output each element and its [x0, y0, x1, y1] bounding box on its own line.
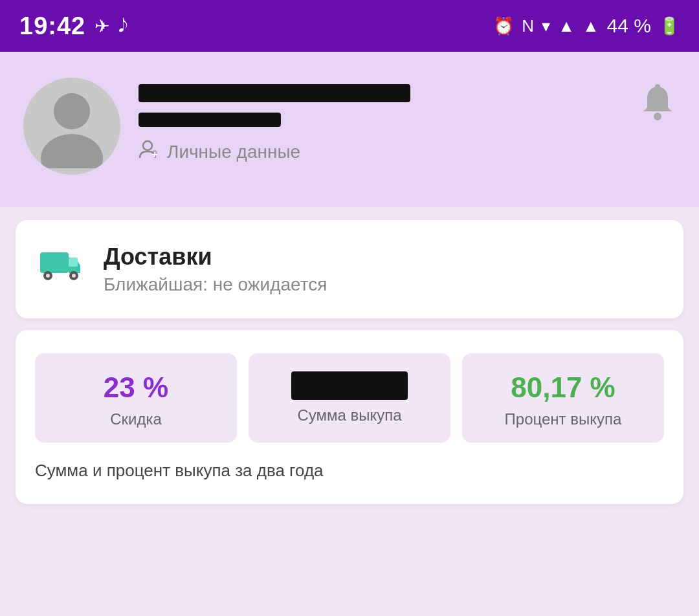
wifi-icon: ▾: [542, 16, 550, 36]
avatar: [23, 78, 120, 175]
nfc-icon: N: [522, 16, 534, 36]
delivery-card[interactable]: Доставки Ближайшая: не ожидается: [16, 220, 683, 318]
svg-point-10: [72, 274, 76, 278]
svg-point-1: [41, 134, 103, 168]
svg-rect-5: [655, 84, 660, 89]
alarm-icon: ⏰: [493, 16, 514, 36]
battery-icon: 🔋: [659, 16, 680, 36]
cards-container: Доставки Ближайшая: не ожидается 23 % Ск…: [0, 207, 699, 517]
battery-text: 44 %: [607, 15, 651, 37]
telegram-icon: ✈: [94, 16, 109, 37]
delivery-subtitle: Ближайшая: не ожидается: [104, 274, 327, 295]
svg-rect-6: [40, 252, 69, 273]
redemption-percent-label: Процент выкупа: [505, 410, 622, 428]
svg-point-0: [54, 93, 90, 129]
stats-row: 23 % Скидка Сумма выкупа 80,17 % Процент…: [35, 353, 664, 443]
profile-subtitle-redacted: [139, 113, 281, 127]
signal-icon1: ▲: [558, 16, 575, 36]
profile-section: Личные данные: [0, 52, 699, 207]
profile-info: Личные данные: [139, 78, 410, 165]
notification-bell[interactable]: [639, 84, 676, 131]
stats-card: 23 % Скидка Сумма выкупа 80,17 % Процент…: [16, 330, 683, 504]
redemption-amount-box: Сумма выкупа: [249, 353, 450, 443]
profile-left: Личные данные: [23, 78, 410, 175]
status-right: ⏰ N ▾ ▲ ▲ 44 % 🔋: [493, 15, 680, 37]
svg-rect-11: [69, 258, 78, 267]
profile-name-redacted: [139, 84, 410, 102]
discount-value: 23 %: [104, 371, 168, 404]
personal-data-link[interactable]: Личные данные: [139, 138, 410, 165]
personal-data-label: Личные данные: [167, 142, 300, 162]
redemption-amount-redacted: [291, 371, 408, 400]
stats-footnote: Сумма и процент выкупа за два года: [35, 461, 664, 481]
status-left: 19:42 ✈ 𝅘𝅥𝅮: [19, 12, 118, 40]
status-bar: 19:42 ✈ 𝅘𝅥𝅮 ⏰ N ▾ ▲ ▲ 44 % 🔋: [0, 0, 699, 52]
redemption-percent-box: 80,17 % Процент выкупа: [462, 353, 664, 443]
svg-point-8: [46, 274, 50, 278]
personal-data-icon: [139, 138, 161, 165]
svg-point-2: [143, 141, 152, 150]
redemption-amount-label: Сумма выкупа: [297, 406, 401, 424]
redemption-percent-value: 80,17 %: [511, 371, 615, 404]
status-time: 19:42: [19, 12, 85, 40]
discount-label: Скидка: [110, 410, 162, 428]
truck-icon: [39, 247, 84, 292]
signal-icon2: ▲: [582, 16, 599, 36]
discount-box: 23 % Скидка: [35, 353, 237, 443]
delivery-title: Доставки: [104, 243, 327, 270]
svg-point-4: [654, 113, 661, 120]
delivery-text: Доставки Ближайшая: не ожидается: [104, 243, 327, 295]
